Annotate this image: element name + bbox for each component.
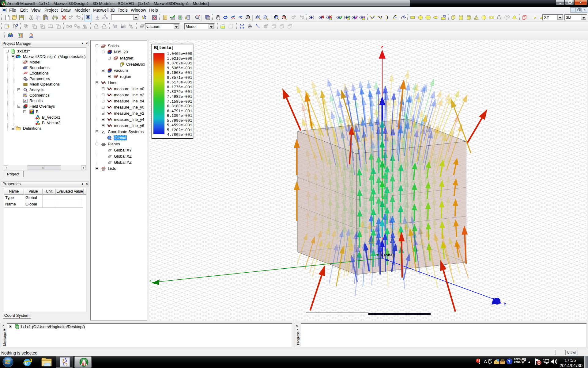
svg-text:?: ? — [508, 359, 510, 364]
svg-text:9.8762e-001: 9.8762e-001 — [167, 61, 192, 66]
svg-text:Global: Global — [381, 253, 395, 258]
svg-text:9.1968e-001: 9.1968e-001 — [167, 71, 192, 75]
svg-text:8.5173e-001: 8.5173e-001 — [167, 80, 192, 85]
svg-text:6.8188e-001: 6.8188e-001 — [167, 104, 192, 109]
svg-text:7.1585e-001: 7.1585e-001 — [167, 100, 192, 104]
svg-text:1.0216e+000: 1.0216e+000 — [167, 57, 192, 61]
svg-text:x: x — [149, 279, 152, 283]
svg-text:?: ? — [7, 25, 9, 29]
svg-text:8.8571e-001: 8.8571e-001 — [167, 76, 192, 80]
svg-text:B[tesla]: B[tesla] — [154, 45, 174, 51]
svg-text:z: z — [381, 45, 383, 49]
svg-text:8.1776e-001: 8.1776e-001 — [167, 85, 192, 90]
svg-text:1.0465e+000: 1.0465e+000 — [167, 52, 192, 56]
svg-text:f(): f() — [402, 15, 405, 18]
svg-text:4.7805e-001: 4.7805e-001 — [167, 133, 192, 137]
svg-text:Q: Q — [153, 15, 156, 20]
svg-text:5.7996e-001: 5.7996e-001 — [167, 119, 192, 123]
svg-text:5.1202e-001: 5.1202e-001 — [167, 128, 192, 132]
svg-text:7.8379e-001: 7.8379e-001 — [167, 90, 192, 94]
svg-text:f(): f() — [443, 14, 446, 17]
svg-text:e: e — [25, 359, 28, 366]
svg-text:Y: Y — [504, 303, 506, 307]
svg-text:9.5365e-001: 9.5365e-001 — [167, 66, 192, 71]
svg-text:5.4599e-001: 5.4599e-001 — [167, 123, 192, 128]
svg-text:6.1394e-001: 6.1394e-001 — [167, 114, 192, 118]
svg-text:?: ? — [16, 24, 18, 28]
svg-text:7.4982e-001: 7.4982e-001 — [167, 95, 192, 99]
svg-text:6.4791e-001: 6.4791e-001 — [167, 109, 192, 113]
